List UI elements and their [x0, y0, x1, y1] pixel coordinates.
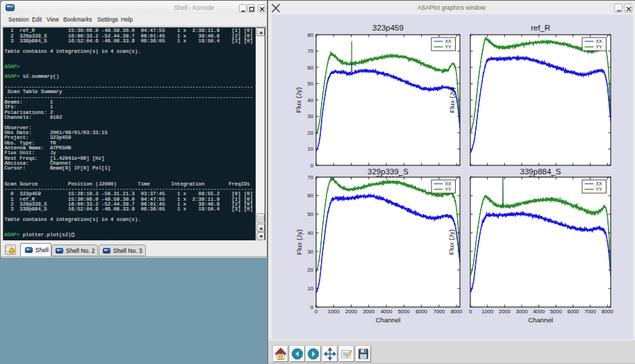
- svg-text:8000: 8000: [602, 308, 613, 315]
- svg-text:YY: YY: [445, 187, 452, 192]
- svg-text:1000: 1000: [481, 308, 493, 315]
- svg-text:XX: XX: [445, 181, 452, 186]
- svg-text:Channel: Channel: [528, 316, 553, 324]
- svg-text:20: 20: [308, 130, 313, 136]
- svg-text:339p884_S: 339p884_S: [520, 167, 561, 176]
- svg-text:8000: 8000: [451, 308, 463, 315]
- svg-text:5000: 5000: [398, 308, 410, 315]
- svg-text:2000: 2000: [499, 308, 511, 315]
- svg-text:4000: 4000: [381, 308, 393, 315]
- svg-text:YY: YY: [596, 187, 603, 192]
- svg-text:70: 70: [308, 48, 313, 54]
- svg-text:YY: YY: [445, 44, 452, 49]
- svg-text:0: 0: [311, 163, 313, 169]
- svg-text:80: 80: [308, 32, 313, 38]
- svg-text:60: 60: [308, 192, 313, 199]
- svg-text:Channel: Channel: [376, 316, 401, 324]
- svg-text:2000: 2000: [345, 308, 357, 315]
- svg-text:323p459: 323p459: [372, 24, 404, 32]
- svg-text:40: 40: [308, 230, 313, 236]
- svg-text:XX: XX: [596, 181, 603, 186]
- svg-text:Flux (Jy): Flux (Jy): [447, 229, 455, 255]
- svg-text:30: 30: [308, 249, 313, 255]
- svg-text:1000: 1000: [328, 308, 340, 315]
- svg-text:329p339_S: 329p339_S: [368, 167, 409, 176]
- svg-text:0: 0: [311, 304, 313, 311]
- svg-text:7000: 7000: [433, 308, 445, 315]
- svg-text:50: 50: [308, 211, 313, 217]
- svg-text:5000: 5000: [550, 308, 562, 315]
- svg-text:Flux (Jy): Flux (Jy): [448, 88, 456, 113]
- svg-text:70: 70: [308, 174, 313, 181]
- svg-text:YY: YY: [596, 44, 603, 49]
- svg-text:XX: XX: [445, 39, 452, 44]
- svg-text:60: 60: [308, 65, 313, 71]
- svg-text:20: 20: [308, 267, 313, 273]
- svg-text:6000: 6000: [415, 308, 427, 315]
- svg-text:6000: 6000: [567, 308, 579, 315]
- svg-text:50: 50: [308, 81, 313, 87]
- svg-text:0: 0: [469, 308, 472, 315]
- svg-text:7000: 7000: [584, 308, 596, 315]
- svg-text:3000: 3000: [363, 308, 374, 315]
- svg-text:10: 10: [308, 146, 313, 152]
- svg-text:40: 40: [308, 97, 313, 104]
- svg-text:ref_R: ref_R: [531, 24, 550, 32]
- svg-text:0: 0: [315, 308, 318, 315]
- svg-text:XX: XX: [596, 39, 603, 44]
- svg-text:3000: 3000: [516, 308, 528, 315]
- svg-text:4000: 4000: [533, 308, 545, 315]
- svg-text:10: 10: [308, 286, 313, 292]
- svg-text:Flux (Jy): Flux (Jy): [295, 88, 302, 113]
- svg-text:30: 30: [308, 113, 313, 119]
- svg-text:Flux (Jy): Flux (Jy): [295, 229, 303, 255]
